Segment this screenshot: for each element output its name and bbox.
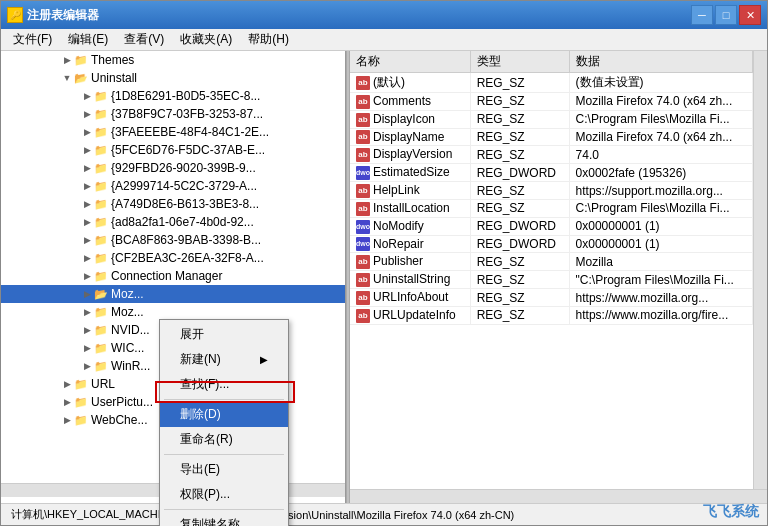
table-row[interactable]: ab(默认) REG_SZ (数值未设置) [350, 73, 753, 93]
expand-arrow: ▶ [61, 396, 73, 408]
type-icon: ab [356, 113, 370, 127]
tree-item-label: {ad8a2fa1-06e7-4b0d-92... [111, 215, 254, 229]
titlebar: 🔑 注册表编辑器 ─ □ ✕ [1, 1, 767, 29]
table-row[interactable]: dwordNoRepair REG_DWORD 0x00000001 (1) [350, 235, 753, 253]
table-row[interactable]: abDisplayVersion REG_SZ 74.0 [350, 146, 753, 164]
tree-item-guid6[interactable]: ▶ 📁 {A2999714-5C2C-3729-A... [1, 177, 345, 195]
type-icon: ab [356, 255, 370, 269]
ctx-find[interactable]: 查找(F)... [160, 372, 288, 397]
ctx-export-label: 导出(E) [180, 461, 220, 478]
registry-values-table: 名称 类型 数据 ab(默认) REG_SZ (数值未设置) abComment… [350, 51, 753, 325]
ctx-copy-name[interactable]: 复制键名称 [160, 512, 288, 526]
tree-item-label: {929FBD26-9020-399B-9... [111, 161, 256, 175]
tree-item-label: {5FCE6D76-F5DC-37AB-E... [111, 143, 265, 157]
reg-name-cell: abHelpLink [350, 182, 470, 200]
table-row[interactable]: abURLUpdateInfo REG_SZ https://www.mozil… [350, 306, 753, 324]
type-icon: ab [356, 291, 370, 305]
type-icon: dword [356, 237, 370, 251]
tree-item-label: {A2999714-5C2C-3729-A... [111, 179, 257, 193]
tree-item-guid8[interactable]: ▶ 📁 {ad8a2fa1-06e7-4b0d-92... [1, 213, 345, 231]
table-row[interactable]: dwordEstimatedSize REG_DWORD 0x0002fafe … [350, 164, 753, 182]
tree-item-label: WinR... [111, 359, 150, 373]
type-icon: ab [356, 130, 370, 144]
table-row[interactable]: abURLInfoAbout REG_SZ https://www.mozill… [350, 289, 753, 307]
reg-data-cell: 0x00000001 (1) [569, 235, 752, 253]
ctx-find-label: 查找(F)... [180, 376, 229, 393]
ctx-permissions-label: 权限(P)... [180, 486, 230, 503]
tree-item-guid10[interactable]: ▶ 📁 {CF2BEA3C-26EA-32F8-A... [1, 249, 345, 267]
reg-data-cell: Mozilla [569, 253, 752, 271]
tree-item-guid2[interactable]: ▶ 📁 {37B8F9C7-03FB-3253-87... [1, 105, 345, 123]
table-row[interactable]: abComments REG_SZ Mozilla Firefox 74.0 (… [350, 93, 753, 111]
statusbar: 计算机\HKEY_LOCAL_MACHINE\SOF... ...\Curren… [1, 503, 767, 525]
reg-name-cell: dwordNoRepair [350, 235, 470, 253]
tree-item-mozilla1[interactable]: ▶ 📂 Moz... [1, 285, 345, 303]
reg-type-cell: REG_SZ [470, 289, 569, 307]
expand-arrow: ▶ [81, 216, 93, 228]
ctx-delete[interactable]: 删除(D) [160, 402, 288, 427]
folder-icon: 📁 [73, 414, 89, 426]
values-vertical-scrollbar[interactable] [753, 51, 767, 489]
table-row[interactable]: abDisplayIcon REG_SZ C:\Program Files\Mo… [350, 110, 753, 128]
expand-arrow: ▶ [81, 234, 93, 246]
tree-item-themes[interactable]: ▶ 📁 Themes [1, 51, 345, 69]
reg-name-cell: abInstallLocation [350, 199, 470, 217]
reg-data-cell: 0x00000001 (1) [569, 217, 752, 235]
reg-name-cell: dwordNoModify [350, 217, 470, 235]
folder-icon: 📂 [73, 72, 89, 84]
ctx-separator-2 [164, 454, 284, 455]
reg-data-cell: (数值未设置) [569, 73, 752, 93]
tree-item-connection-manager[interactable]: ▶ 📁 Connection Manager [1, 267, 345, 285]
table-row[interactable]: abHelpLink REG_SZ https://support.mozill… [350, 182, 753, 200]
values-horizontal-scrollbar[interactable] [350, 489, 767, 503]
tree-item-label: {BCA8F863-9BAB-3398-B... [111, 233, 261, 247]
col-header-name: 名称 [350, 51, 470, 73]
reg-name-cell: abDisplayVersion [350, 146, 470, 164]
table-row[interactable]: abUninstallString REG_SZ "C:\Program Fil… [350, 271, 753, 289]
menu-view[interactable]: 查看(V) [116, 29, 172, 50]
tree-item-label: Moz... [111, 305, 144, 319]
tree-item-guid5[interactable]: ▶ 📁 {929FBD26-9020-399B-9... [1, 159, 345, 177]
folder-icon: 📁 [93, 324, 109, 336]
folder-icon: 📁 [93, 162, 109, 174]
ctx-expand[interactable]: 展开 [160, 322, 288, 347]
menu-file[interactable]: 文件(F) [5, 29, 60, 50]
ctx-permissions[interactable]: 权限(P)... [160, 482, 288, 507]
reg-type-cell: REG_SZ [470, 253, 569, 271]
tree-item-label: {1D8E6291-B0D5-35EC-8... [111, 89, 260, 103]
tree-item-guid3[interactable]: ▶ 📁 {3FAEEEBE-48F4-84C1-2E... [1, 123, 345, 141]
reg-type-cell: REG_SZ [470, 271, 569, 289]
reg-name-cell: abDisplayName [350, 128, 470, 146]
reg-data-cell: https://support.mozilla.org... [569, 182, 752, 200]
reg-type-cell: REG_SZ [470, 93, 569, 111]
reg-type-cell: REG_SZ [470, 73, 569, 93]
tree-item-guid1[interactable]: ▶ 📁 {1D8E6291-B0D5-35EC-8... [1, 87, 345, 105]
registry-editor-window: 🔑 注册表编辑器 ─ □ ✕ 文件(F) 编辑(E) 查看(V) 收藏夹(A) … [0, 0, 768, 526]
ctx-export[interactable]: 导出(E) [160, 457, 288, 482]
maximize-button[interactable]: □ [715, 5, 737, 25]
tree-item-label: {3FAEEEBE-48F4-84C1-2E... [111, 125, 269, 139]
tree-item-label: WebChe... [91, 413, 147, 427]
menu-favorites[interactable]: 收藏夹(A) [172, 29, 240, 50]
ctx-rename[interactable]: 重命名(R) [160, 427, 288, 452]
folder-icon: 📁 [93, 108, 109, 120]
tree-item-guid7[interactable]: ▶ 📁 {A749D8E6-B613-3BE3-8... [1, 195, 345, 213]
tree-item-guid4[interactable]: ▶ 📁 {5FCE6D76-F5DC-37AB-E... [1, 141, 345, 159]
close-button[interactable]: ✕ [739, 5, 761, 25]
folder-icon: 📁 [73, 54, 89, 66]
col-header-data: 数据 [569, 51, 752, 73]
minimize-button[interactable]: ─ [691, 5, 713, 25]
type-icon: ab [356, 148, 370, 162]
folder-icon: 📁 [93, 252, 109, 264]
table-row[interactable]: abPublisher REG_SZ Mozilla [350, 253, 753, 271]
ctx-new[interactable]: 新建(N) ▶ [160, 347, 288, 372]
expand-arrow: ▶ [81, 306, 93, 318]
tree-item-uninstall[interactable]: ▼ 📂 Uninstall [1, 69, 345, 87]
tree-item-label: WIC... [111, 341, 144, 355]
menu-edit[interactable]: 编辑(E) [60, 29, 116, 50]
menu-help[interactable]: 帮助(H) [240, 29, 297, 50]
table-row[interactable]: abDisplayName REG_SZ Mozilla Firefox 74.… [350, 128, 753, 146]
tree-item-guid9[interactable]: ▶ 📁 {BCA8F863-9BAB-3398-B... [1, 231, 345, 249]
table-row[interactable]: abInstallLocation REG_SZ C:\Program File… [350, 199, 753, 217]
table-row[interactable]: dwordNoModify REG_DWORD 0x00000001 (1) [350, 217, 753, 235]
